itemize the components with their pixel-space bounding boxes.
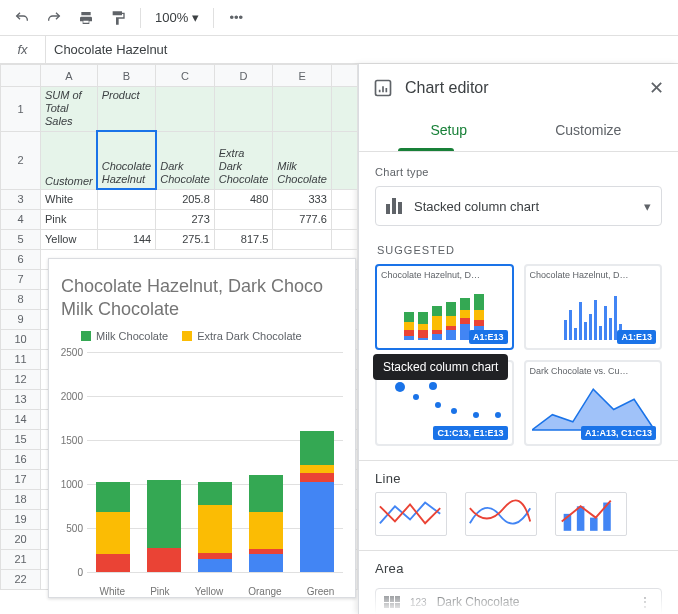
formula-bar: fx Chocolate Hazelnut <box>0 36 678 64</box>
row-header[interactable]: 6 <box>1 249 41 269</box>
row-header[interactable]: 21 <box>1 549 41 569</box>
cell-selected[interactable]: Chocolate Hazelnut <box>97 131 156 189</box>
row-header[interactable]: 22 <box>1 569 41 589</box>
suggested-charts: Chocolate Hazelnut, D… A1:E13 Chocolate … <box>375 264 662 446</box>
suggested-chart-columns[interactable]: Chocolate Hazelnut, D… A1:E13 <box>524 264 663 350</box>
col-header[interactable]: E <box>273 65 332 87</box>
chart-plot-area: 05001000150020002500 <box>87 352 343 582</box>
chart-title: Chocolate Hazelnut, Dark ChocoMilk Choco… <box>61 275 343 320</box>
smooth-line-chart-option[interactable] <box>465 492 537 536</box>
close-button[interactable]: ✕ <box>649 77 664 99</box>
cell[interactable]: Milk Chocolate <box>273 131 332 189</box>
cell[interactable]: 273 <box>156 209 215 229</box>
cell[interactable] <box>214 87 273 132</box>
cell[interactable] <box>156 87 215 132</box>
select-all-cell[interactable] <box>1 65 41 87</box>
row-header[interactable]: 18 <box>1 489 41 509</box>
cell[interactable]: 817.5 <box>214 229 273 249</box>
row-header[interactable]: 8 <box>1 289 41 309</box>
formula-input[interactable]: Chocolate Hazelnut <box>46 42 678 57</box>
row-header[interactable]: 13 <box>1 389 41 409</box>
row-header[interactable]: 16 <box>1 449 41 469</box>
cell[interactable]: 333 <box>273 189 332 209</box>
paint-format-button[interactable] <box>104 4 132 32</box>
print-button[interactable] <box>72 4 100 32</box>
more-button[interactable]: ••• <box>222 4 250 32</box>
tab-customize[interactable]: Customize <box>519 112 659 148</box>
row-header[interactable]: 5 <box>1 229 41 249</box>
row-header[interactable]: 3 <box>1 189 41 209</box>
embedded-chart[interactable]: Chocolate Hazelnut, Dark ChocoMilk Choco… <box>48 258 356 598</box>
cell[interactable]: Customer <box>41 131 98 189</box>
row-header[interactable]: 17 <box>1 469 41 489</box>
cell[interactable] <box>331 209 357 229</box>
chart-legend: Milk Chocolate Extra Dark Chocolate <box>81 330 347 342</box>
legend-swatch-icon <box>81 331 91 341</box>
suggested-chart-area[interactable]: Dark Chocolate vs. Cu… A1:A13, C1:C13 <box>524 360 663 446</box>
chevron-down-icon: ▾ <box>644 199 651 214</box>
cell[interactable]: 275.1 <box>156 229 215 249</box>
cell[interactable] <box>214 209 273 229</box>
col-header[interactable] <box>331 65 357 87</box>
row-header[interactable]: 14 <box>1 409 41 429</box>
cell[interactable] <box>273 87 332 132</box>
row-header[interactable]: 12 <box>1 369 41 389</box>
chart-editor-icon <box>373 78 393 98</box>
col-header[interactable]: D <box>214 65 273 87</box>
cell[interactable]: White <box>41 189 98 209</box>
editor-tabs: Setup Customize <box>359 112 678 148</box>
cell[interactable] <box>273 229 332 249</box>
cell[interactable]: 480 <box>214 189 273 209</box>
row-header[interactable]: 1 <box>1 87 41 132</box>
tab-setup[interactable]: Setup <box>379 112 519 148</box>
zoom-select[interactable]: 100%▾ <box>149 10 205 25</box>
svg-rect-2 <box>577 506 585 531</box>
row-header[interactable]: 15 <box>1 429 41 449</box>
cell[interactable]: 777.6 <box>273 209 332 229</box>
cell[interactable]: Product <box>97 87 156 132</box>
cell[interactable]: 144 <box>97 229 156 249</box>
row-header[interactable]: 7 <box>1 269 41 289</box>
row-header[interactable]: 19 <box>1 509 41 529</box>
col-header[interactable]: C <box>156 65 215 87</box>
cell[interactable]: 205.8 <box>156 189 215 209</box>
cell[interactable] <box>97 209 156 229</box>
redo-button[interactable] <box>40 4 68 32</box>
legend-label: Milk Chocolate <box>96 330 168 342</box>
cell[interactable] <box>331 131 357 189</box>
cell[interactable]: Pink <box>41 209 98 229</box>
row-header[interactable]: 11 <box>1 349 41 369</box>
chevron-down-icon: ▾ <box>192 10 199 25</box>
line-chart-option[interactable] <box>375 492 447 536</box>
chart-type-select[interactable]: Stacked column chart ▾ <box>375 186 662 226</box>
suggested-chart-stacked[interactable]: Chocolate Hazelnut, D… A1:E13 <box>375 264 514 350</box>
range-badge: C1:C13, E1:E13 <box>433 426 507 440</box>
area-section-label: Area <box>375 561 662 576</box>
cell[interactable] <box>331 189 357 209</box>
cell[interactable]: Dark Chocolate <box>156 131 215 189</box>
chart-x-axis: WhitePinkYellowOrangeGreen <box>87 586 347 597</box>
cell[interactable]: Extra Dark Chocolate <box>214 131 273 189</box>
chart-type-value: Stacked column chart <box>414 199 539 214</box>
spreadsheet[interactable]: A B C D E 1 SUM of Total Sales Product 2… <box>0 64 358 614</box>
cell[interactable]: Yellow <box>41 229 98 249</box>
cell[interactable]: SUM of Total Sales <box>41 87 98 132</box>
row-header[interactable]: 2 <box>1 131 41 189</box>
line-chart-options <box>375 492 662 536</box>
separator <box>140 8 141 28</box>
chart-editor-panel: Chart editor ✕ Setup Customize Chart typ… <box>358 64 678 614</box>
row-header[interactable]: 10 <box>1 329 41 349</box>
col-header[interactable]: B <box>97 65 156 87</box>
combo-chart-option[interactable] <box>555 492 627 536</box>
cell[interactable] <box>331 87 357 132</box>
row-header[interactable]: 9 <box>1 309 41 329</box>
zoom-value: 100% <box>155 10 188 25</box>
undo-button[interactable] <box>8 4 36 32</box>
col-header[interactable]: A <box>41 65 98 87</box>
cell[interactable] <box>331 229 357 249</box>
row-header[interactable]: 20 <box>1 529 41 549</box>
svg-rect-3 <box>590 518 598 531</box>
range-badge: A1:A13, C1:C13 <box>581 426 656 440</box>
cell[interactable] <box>97 189 156 209</box>
row-header[interactable]: 4 <box>1 209 41 229</box>
